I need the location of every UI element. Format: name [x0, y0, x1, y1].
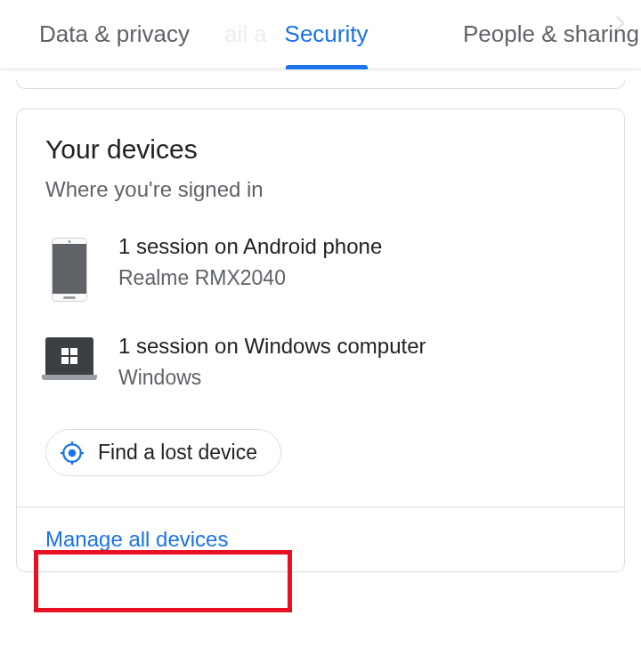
- laptop-icon: [45, 334, 93, 375]
- card-body: Your devices Where you're signed in 1 se…: [17, 109, 624, 506]
- manage-all-devices-link[interactable]: Manage all devices: [45, 527, 228, 552]
- device-title: 1 session on Android phone: [118, 234, 596, 259]
- device-sub: Windows: [118, 366, 596, 390]
- device-text: 1 session on Android phone Realme RMX204…: [118, 234, 596, 290]
- card-title: Your devices: [45, 134, 596, 165]
- device-title: 1 session on Windows computer: [118, 334, 596, 359]
- content-area: Your devices Where you're signed in 1 se…: [0, 69, 641, 583]
- device-row-windows[interactable]: 1 session on Windows computer Windows: [45, 334, 596, 390]
- your-devices-card: Your devices Where you're signed in 1 se…: [16, 109, 625, 572]
- device-sub: Realme RMX2040: [118, 266, 596, 290]
- device-text: 1 session on Windows computer Windows: [118, 334, 596, 390]
- tab-label: Data & privacy: [39, 20, 190, 48]
- previous-card-edge: [16, 80, 625, 89]
- pill-label: Find a lost device: [98, 441, 257, 465]
- device-row-android[interactable]: 1 session on Android phone Realme RMX204…: [45, 234, 596, 302]
- ghost-text: ail a: [224, 20, 267, 48]
- tab-label: Security: [285, 20, 369, 48]
- tab-data-privacy[interactable]: Data & privacy: [7, 0, 211, 69]
- svg-point-1: [69, 449, 77, 457]
- find-lost-device-button[interactable]: Find a lost device: [45, 429, 281, 476]
- tab-label: People & sharing: [463, 20, 639, 48]
- card-footer: Manage all devices: [17, 506, 624, 571]
- tab-people-sharing[interactable]: People & sharing: [442, 0, 639, 69]
- tab-security[interactable]: Security: [264, 0, 390, 69]
- windows-logo-icon: [61, 348, 77, 364]
- tabs-bar: ail a Data & privacy Security People & s…: [0, 0, 641, 69]
- locate-icon: [61, 441, 84, 465]
- card-subtitle: Where you're signed in: [45, 177, 596, 202]
- phone-icon: [45, 234, 93, 302]
